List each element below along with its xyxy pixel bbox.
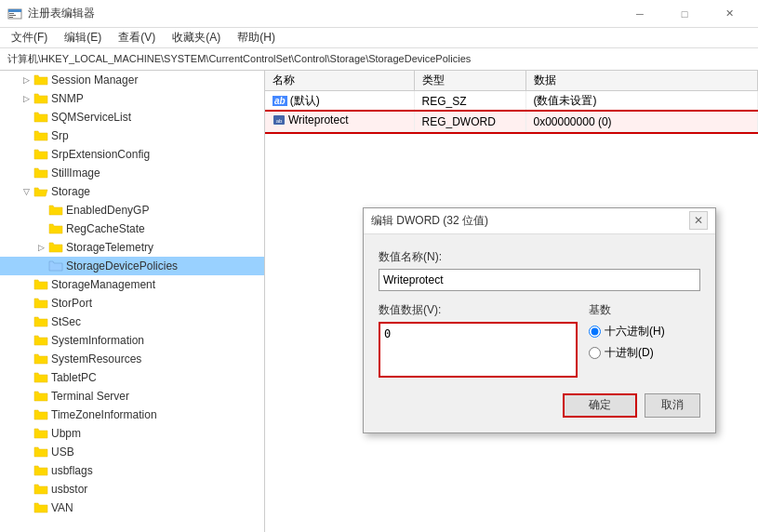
folder-icon [33,73,48,86]
folder-icon [48,241,63,254]
window-controls: ─ □ ✕ [618,0,751,28]
tree-item-timezone[interactable]: ▷ TimeZoneInformation [0,406,264,424]
expand-icon: ▷ [33,240,48,255]
tree-item-storage[interactable]: ▽ Storage [0,182,264,201]
folder-icon [33,390,48,403]
tree-item-usbstor[interactable]: ▷ usbstor [0,480,264,499]
tree-label-srp: Srp [51,129,69,142]
tree-item-stsec[interactable]: ▷ StSec [0,313,264,331]
tree-label-van: VAN [51,501,73,514]
tree-label-terminal: Terminal Server [51,390,129,403]
dialog-body: 数值名称(N): 数值数据(V): 0 基数 十六进制(H) [364,234,715,432]
tree-item-usbflags[interactable]: ▷ usbflags [0,461,264,480]
tree-label-enabledeny: EnabledDenyGP [66,204,149,217]
folder-icon [33,408,48,421]
folder-icon [33,166,48,180]
tree-label-stsec: StSec [51,315,81,328]
folder-icon [33,111,48,124]
base-section: 基数 十六进制(H) 十进制(D) [589,302,700,366]
hex-radio-option[interactable]: 十六进制(H) [589,324,700,339]
tree-label-sysres: SystemResources [51,352,141,366]
menu-file[interactable]: 文件(F) [4,28,55,48]
menu-view[interactable]: 查看(V) [111,28,163,48]
expand-icon: ▷ [19,73,33,87]
folder-icon [33,297,48,310]
folder-icon [33,427,48,440]
hex-radio[interactable] [589,326,601,338]
dialog-buttons: 确定 取消 [379,393,700,418]
close-button[interactable]: ✕ [708,0,751,28]
tree-label-ubpm: Ubpm [51,427,81,440]
tree-item-srp[interactable]: ▷ Srp [0,126,264,145]
tree-item-storagepolicies[interactable]: ▷ StorageDevicePolicies [0,257,264,275]
tree-label-usb: USB [51,446,74,459]
maximize-button[interactable]: □ [663,0,706,28]
folder-icon [33,483,48,496]
tree-item-srpext[interactable]: ▷ SrpExtensionConfig [0,145,264,164]
folder-selected-icon [48,259,63,273]
dialog-title-bar: 编辑 DWORD (32 位值) ✕ [364,208,715,234]
tree-label-srpext: SrpExtensionConfig [51,148,150,161]
dialog-close-button[interactable]: ✕ [689,211,708,230]
expand-icon: ▷ [19,91,33,106]
cancel-button[interactable]: 取消 [645,393,700,418]
tree-item-sysinfo[interactable]: ▷ SystemInformation [0,331,264,350]
tree-panel[interactable]: ▷ Session Manager ▷ SNMP ▷ SQMServiceLis… [0,71,265,532]
folder-icon [33,501,48,514]
folder-icon [33,315,48,328]
folder-icon [33,446,48,459]
menu-bar: 文件(F) 编辑(E) 查看(V) 收藏夹(A) 帮助(H) [0,28,758,48]
tree-label-still: StillImage [51,166,100,180]
tree-label-storport: StorPort [51,297,92,310]
app-icon [7,7,22,21]
tree-item-regcache[interactable]: ▷ RegCacheState [0,219,264,238]
main-content: ▷ Session Manager ▷ SNMP ▷ SQMServiceLis… [0,71,758,532]
tree-label-session: Session Manager [51,73,138,86]
tree-item-van[interactable]: ▷ VAN [0,499,264,517]
tree-label-storagemanage: StorageManagement [51,278,155,291]
tree-item-session[interactable]: ▷ Session Manager [0,71,264,89]
tree-item-usb[interactable]: ▷ USB [0,443,264,461]
expand-open-icon: ▽ [19,184,33,199]
dec-radio-option[interactable]: 十进制(D) [589,345,700,361]
right-panel: 名称 类型 数据 ab (默认) REG_SZ [265,71,758,532]
tree-item-snmp[interactable]: ▷ SNMP [0,89,264,108]
menu-edit[interactable]: 编辑(E) [57,28,109,48]
tree-item-tablet[interactable]: ▷ TabletPC [0,368,264,387]
tree-item-sysres[interactable]: ▷ SystemResources [0,350,264,368]
minimize-button[interactable]: ─ [618,0,661,28]
dialog-dword-edit: 编辑 DWORD (32 位值) ✕ 数值名称(N): 数值数据(V): 0 基… [363,207,716,433]
tree-item-sqm[interactable]: ▷ SQMServiceList [0,108,264,126]
dialog-overlay: 编辑 DWORD (32 位值) ✕ 数值名称(N): 数值数据(V): 0 基… [265,71,758,532]
folder-icon [33,371,48,384]
tree-item-telemetry[interactable]: ▷ StorageTelemetry [0,238,264,257]
folder-open-icon [33,185,48,198]
menu-favorites[interactable]: 收藏夹(A) [165,28,228,48]
tree-label-tablet: TabletPC [51,371,97,384]
ok-button[interactable]: 确定 [563,393,637,418]
tree-item-enabledeny[interactable]: ▷ EnabledDenyGP [0,201,264,219]
tree-label-snmp: SNMP [51,92,84,105]
tree-item-still[interactable]: ▷ StillImage [0,164,264,182]
folder-icon [33,352,48,366]
dec-radio[interactable] [589,347,601,359]
svg-rect-2 [9,13,14,14]
tree-label-usbflags: usbflags [51,464,93,477]
tree-item-ubpm[interactable]: ▷ Ubpm [0,424,264,443]
tree-item-storagemanage[interactable]: ▷ StorageManagement [0,275,264,294]
dialog-value-row: 数值数据(V): 0 基数 十六进制(H) 十进制(D) [379,302,700,380]
base-label: 基数 [589,302,700,318]
folder-icon [48,222,63,235]
data-input[interactable]: 0 [379,322,578,378]
tree-label-sysinfo: SystemInformation [51,334,144,347]
tree-label-regcache: RegCacheState [66,222,145,235]
menu-help[interactable]: 帮助(H) [230,28,283,48]
name-label: 数值名称(N): [379,249,700,265]
folder-icon [33,464,48,477]
tree-label-storage: Storage [51,185,90,198]
name-input[interactable] [379,269,700,291]
tree-item-terminal[interactable]: ▷ Terminal Server [0,387,264,406]
folder-icon [33,92,48,105]
tree-item-storport[interactable]: ▷ StorPort [0,294,264,313]
window-title: 注册表编辑器 [28,6,95,21]
